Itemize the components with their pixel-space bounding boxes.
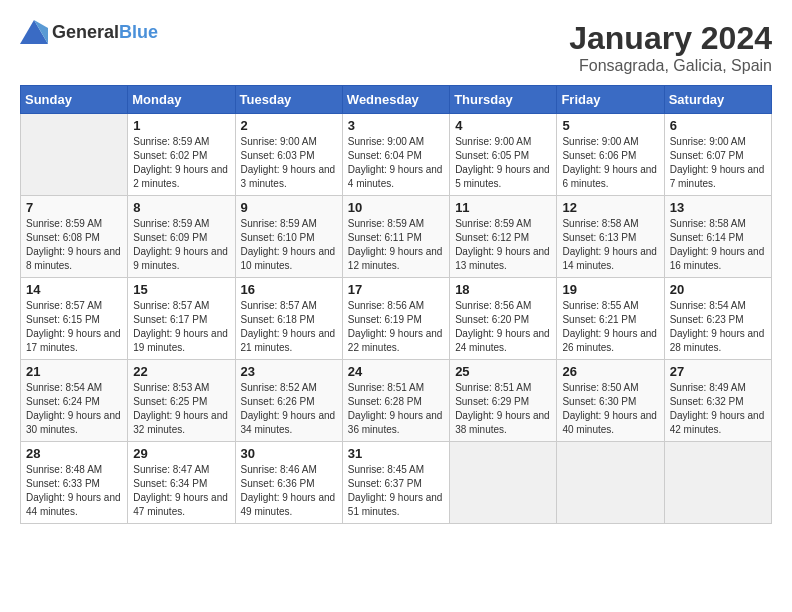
day-number: 1 bbox=[133, 118, 229, 133]
day-number: 18 bbox=[455, 282, 551, 297]
day-info: Sunrise: 8:48 AMSunset: 6:33 PMDaylight:… bbox=[26, 463, 122, 519]
day-info: Sunrise: 9:00 AMSunset: 6:05 PMDaylight:… bbox=[455, 135, 551, 191]
calendar-cell: 27Sunrise: 8:49 AMSunset: 6:32 PMDayligh… bbox=[664, 360, 771, 442]
day-info: Sunrise: 8:57 AMSunset: 6:17 PMDaylight:… bbox=[133, 299, 229, 355]
calendar-cell: 24Sunrise: 8:51 AMSunset: 6:28 PMDayligh… bbox=[342, 360, 449, 442]
weekday-header-sunday: Sunday bbox=[21, 86, 128, 114]
day-info: Sunrise: 8:51 AMSunset: 6:29 PMDaylight:… bbox=[455, 381, 551, 437]
calendar-cell: 23Sunrise: 8:52 AMSunset: 6:26 PMDayligh… bbox=[235, 360, 342, 442]
calendar-cell bbox=[664, 442, 771, 524]
day-info: Sunrise: 8:59 AMSunset: 6:09 PMDaylight:… bbox=[133, 217, 229, 273]
day-info: Sunrise: 8:58 AMSunset: 6:13 PMDaylight:… bbox=[562, 217, 658, 273]
day-number: 21 bbox=[26, 364, 122, 379]
calendar-cell: 6Sunrise: 9:00 AMSunset: 6:07 PMDaylight… bbox=[664, 114, 771, 196]
day-info: Sunrise: 9:00 AMSunset: 6:04 PMDaylight:… bbox=[348, 135, 444, 191]
logo-blue: Blue bbox=[119, 22, 158, 42]
location-title: Fonsagrada, Galicia, Spain bbox=[569, 57, 772, 75]
day-info: Sunrise: 8:47 AMSunset: 6:34 PMDaylight:… bbox=[133, 463, 229, 519]
calendar-cell bbox=[450, 442, 557, 524]
day-number: 10 bbox=[348, 200, 444, 215]
day-info: Sunrise: 9:00 AMSunset: 6:07 PMDaylight:… bbox=[670, 135, 766, 191]
calendar-cell: 17Sunrise: 8:56 AMSunset: 6:19 PMDayligh… bbox=[342, 278, 449, 360]
day-number: 11 bbox=[455, 200, 551, 215]
day-info: Sunrise: 8:52 AMSunset: 6:26 PMDaylight:… bbox=[241, 381, 337, 437]
calendar-cell: 8Sunrise: 8:59 AMSunset: 6:09 PMDaylight… bbox=[128, 196, 235, 278]
calendar-cell: 5Sunrise: 9:00 AMSunset: 6:06 PMDaylight… bbox=[557, 114, 664, 196]
week-row-2: 7Sunrise: 8:59 AMSunset: 6:08 PMDaylight… bbox=[21, 196, 772, 278]
day-info: Sunrise: 8:56 AMSunset: 6:19 PMDaylight:… bbox=[348, 299, 444, 355]
calendar-cell: 11Sunrise: 8:59 AMSunset: 6:12 PMDayligh… bbox=[450, 196, 557, 278]
calendar-cell: 7Sunrise: 8:59 AMSunset: 6:08 PMDaylight… bbox=[21, 196, 128, 278]
calendar-cell: 22Sunrise: 8:53 AMSunset: 6:25 PMDayligh… bbox=[128, 360, 235, 442]
day-number: 20 bbox=[670, 282, 766, 297]
day-number: 15 bbox=[133, 282, 229, 297]
week-row-1: 1Sunrise: 8:59 AMSunset: 6:02 PMDaylight… bbox=[21, 114, 772, 196]
calendar-cell: 10Sunrise: 8:59 AMSunset: 6:11 PMDayligh… bbox=[342, 196, 449, 278]
day-info: Sunrise: 8:55 AMSunset: 6:21 PMDaylight:… bbox=[562, 299, 658, 355]
calendar-table: SundayMondayTuesdayWednesdayThursdayFrid… bbox=[20, 85, 772, 524]
calendar-cell: 21Sunrise: 8:54 AMSunset: 6:24 PMDayligh… bbox=[21, 360, 128, 442]
calendar-cell: 1Sunrise: 8:59 AMSunset: 6:02 PMDaylight… bbox=[128, 114, 235, 196]
weekday-header-saturday: Saturday bbox=[664, 86, 771, 114]
calendar-cell: 26Sunrise: 8:50 AMSunset: 6:30 PMDayligh… bbox=[557, 360, 664, 442]
weekday-header-tuesday: Tuesday bbox=[235, 86, 342, 114]
calendar-cell: 13Sunrise: 8:58 AMSunset: 6:14 PMDayligh… bbox=[664, 196, 771, 278]
day-info: Sunrise: 8:59 AMSunset: 6:08 PMDaylight:… bbox=[26, 217, 122, 273]
calendar-cell: 20Sunrise: 8:54 AMSunset: 6:23 PMDayligh… bbox=[664, 278, 771, 360]
day-number: 27 bbox=[670, 364, 766, 379]
day-info: Sunrise: 9:00 AMSunset: 6:03 PMDaylight:… bbox=[241, 135, 337, 191]
calendar-cell: 30Sunrise: 8:46 AMSunset: 6:36 PMDayligh… bbox=[235, 442, 342, 524]
day-number: 23 bbox=[241, 364, 337, 379]
calendar-cell: 12Sunrise: 8:58 AMSunset: 6:13 PMDayligh… bbox=[557, 196, 664, 278]
day-info: Sunrise: 8:57 AMSunset: 6:18 PMDaylight:… bbox=[241, 299, 337, 355]
day-number: 4 bbox=[455, 118, 551, 133]
day-number: 13 bbox=[670, 200, 766, 215]
calendar-cell: 16Sunrise: 8:57 AMSunset: 6:18 PMDayligh… bbox=[235, 278, 342, 360]
day-number: 16 bbox=[241, 282, 337, 297]
day-number: 6 bbox=[670, 118, 766, 133]
calendar-cell: 18Sunrise: 8:56 AMSunset: 6:20 PMDayligh… bbox=[450, 278, 557, 360]
day-info: Sunrise: 8:50 AMSunset: 6:30 PMDaylight:… bbox=[562, 381, 658, 437]
day-number: 22 bbox=[133, 364, 229, 379]
day-number: 24 bbox=[348, 364, 444, 379]
day-number: 12 bbox=[562, 200, 658, 215]
title-area: January 2024 Fonsagrada, Galicia, Spain bbox=[569, 20, 772, 75]
day-number: 30 bbox=[241, 446, 337, 461]
calendar-cell: 25Sunrise: 8:51 AMSunset: 6:29 PMDayligh… bbox=[450, 360, 557, 442]
day-info: Sunrise: 8:59 AMSunset: 6:02 PMDaylight:… bbox=[133, 135, 229, 191]
weekday-header-row: SundayMondayTuesdayWednesdayThursdayFrid… bbox=[21, 86, 772, 114]
day-info: Sunrise: 8:54 AMSunset: 6:23 PMDaylight:… bbox=[670, 299, 766, 355]
day-info: Sunrise: 8:49 AMSunset: 6:32 PMDaylight:… bbox=[670, 381, 766, 437]
day-number: 9 bbox=[241, 200, 337, 215]
day-number: 28 bbox=[26, 446, 122, 461]
calendar-cell: 14Sunrise: 8:57 AMSunset: 6:15 PMDayligh… bbox=[21, 278, 128, 360]
day-info: Sunrise: 8:58 AMSunset: 6:14 PMDaylight:… bbox=[670, 217, 766, 273]
calendar-cell: 2Sunrise: 9:00 AMSunset: 6:03 PMDaylight… bbox=[235, 114, 342, 196]
day-number: 5 bbox=[562, 118, 658, 133]
logo: GeneralBlue bbox=[20, 20, 158, 44]
day-number: 8 bbox=[133, 200, 229, 215]
day-info: Sunrise: 8:59 AMSunset: 6:10 PMDaylight:… bbox=[241, 217, 337, 273]
week-row-3: 14Sunrise: 8:57 AMSunset: 6:15 PMDayligh… bbox=[21, 278, 772, 360]
day-number: 25 bbox=[455, 364, 551, 379]
weekday-header-thursday: Thursday bbox=[450, 86, 557, 114]
day-info: Sunrise: 8:51 AMSunset: 6:28 PMDaylight:… bbox=[348, 381, 444, 437]
day-info: Sunrise: 8:54 AMSunset: 6:24 PMDaylight:… bbox=[26, 381, 122, 437]
day-info: Sunrise: 8:57 AMSunset: 6:15 PMDaylight:… bbox=[26, 299, 122, 355]
day-number: 2 bbox=[241, 118, 337, 133]
page-header: GeneralBlue January 2024 Fonsagrada, Gal… bbox=[20, 20, 772, 75]
calendar-cell bbox=[557, 442, 664, 524]
calendar-cell: 3Sunrise: 9:00 AMSunset: 6:04 PMDaylight… bbox=[342, 114, 449, 196]
calendar-cell: 15Sunrise: 8:57 AMSunset: 6:17 PMDayligh… bbox=[128, 278, 235, 360]
calendar-cell: 31Sunrise: 8:45 AMSunset: 6:37 PMDayligh… bbox=[342, 442, 449, 524]
logo-general: General bbox=[52, 22, 119, 42]
calendar-cell: 4Sunrise: 9:00 AMSunset: 6:05 PMDaylight… bbox=[450, 114, 557, 196]
day-number: 19 bbox=[562, 282, 658, 297]
week-row-5: 28Sunrise: 8:48 AMSunset: 6:33 PMDayligh… bbox=[21, 442, 772, 524]
day-info: Sunrise: 8:53 AMSunset: 6:25 PMDaylight:… bbox=[133, 381, 229, 437]
day-info: Sunrise: 8:56 AMSunset: 6:20 PMDaylight:… bbox=[455, 299, 551, 355]
calendar-cell: 9Sunrise: 8:59 AMSunset: 6:10 PMDaylight… bbox=[235, 196, 342, 278]
day-number: 14 bbox=[26, 282, 122, 297]
weekday-header-monday: Monday bbox=[128, 86, 235, 114]
day-info: Sunrise: 8:45 AMSunset: 6:37 PMDaylight:… bbox=[348, 463, 444, 519]
